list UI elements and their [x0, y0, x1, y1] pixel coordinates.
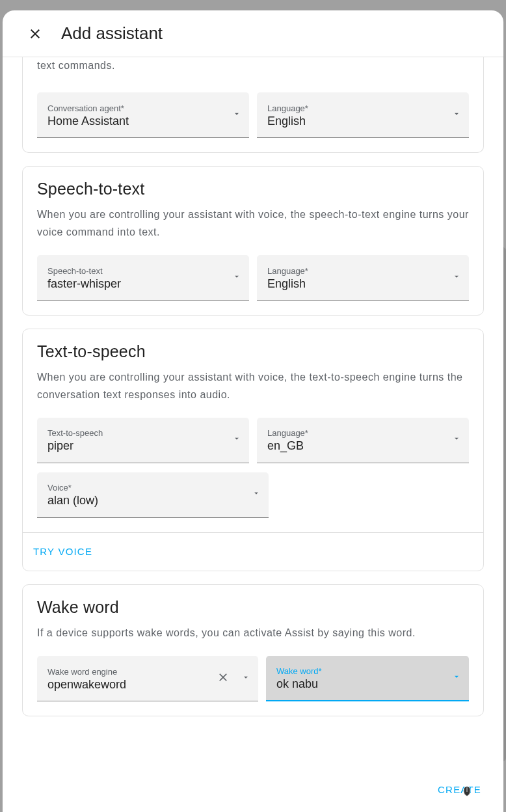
chevron-down-icon — [452, 272, 461, 284]
field-value: English — [267, 115, 440, 128]
field-value: openwakeword — [47, 678, 211, 692]
stt-desc: When you are controlling your assistant … — [37, 206, 469, 241]
tts-desc: When you are controlling your assistant … — [37, 369, 469, 403]
stt-engine-select[interactable]: Speech-to-text faster-whisper — [37, 255, 249, 301]
conversation-agent-select[interactable]: Conversation agent* Home Assistant — [37, 92, 249, 138]
chevron-down-icon — [232, 272, 241, 284]
chevron-down-icon — [232, 434, 241, 446]
chevron-down-icon — [452, 672, 461, 684]
field-label: Speech-to-text — [47, 266, 220, 276]
try-voice-button[interactable]: TRY VOICE — [33, 546, 92, 557]
dialog-title: Add assistant — [61, 23, 163, 44]
text-to-speech-card: Text-to-speech When you are controlling … — [22, 329, 484, 571]
wake-engine-select[interactable]: Wake word engine openwakeword — [37, 656, 258, 701]
close-button[interactable] — [26, 25, 44, 43]
field-label: Text-to-speech — [47, 428, 220, 438]
field-label: Wake word* — [276, 666, 440, 676]
dialog-header: Add assistant — [3, 10, 503, 57]
stt-title: Speech-to-text — [37, 180, 469, 198]
chevron-down-icon — [232, 109, 241, 121]
field-label: Voice* — [47, 483, 240, 493]
tts-language-select[interactable]: Language* en_GB — [257, 418, 469, 463]
chevron-down-icon — [241, 673, 250, 684]
dialog-footer: CREATE — [3, 768, 503, 812]
wake-desc: If a device supports wake words, you can… — [37, 625, 469, 642]
field-label: Language* — [267, 428, 440, 438]
field-value: faster-whisper — [47, 277, 220, 291]
spacer — [276, 472, 469, 518]
speech-to-text-card: Speech-to-text When you are controlling … — [22, 166, 484, 316]
intro-trailing-text: text commands. — [37, 57, 469, 74]
conversation-language-select[interactable]: Language* English — [257, 92, 469, 138]
field-label: Language* — [267, 103, 440, 113]
field-label: Conversation agent* — [47, 103, 220, 113]
tts-voice-select[interactable]: Voice* alan (low) — [37, 472, 269, 518]
field-value: alan (low) — [47, 494, 240, 508]
field-value: en_GB — [267, 439, 440, 453]
field-label: Language* — [267, 266, 440, 276]
wake-title: Wake word — [37, 598, 469, 617]
tts-engine-select[interactable]: Text-to-speech piper — [37, 418, 249, 463]
tts-card-footer: TRY VOICE — [23, 532, 483, 571]
chevron-down-icon — [452, 109, 461, 121]
close-icon — [27, 26, 43, 42]
stt-language-select[interactable]: Language* English — [257, 255, 469, 301]
tts-title: Text-to-speech — [37, 342, 469, 361]
create-button-label: CREATE — [438, 784, 481, 795]
add-assistant-dialog: Add assistant text commands. Conversatio… — [3, 10, 503, 812]
create-button[interactable]: CREATE — [434, 779, 485, 800]
field-value: piper — [47, 439, 220, 453]
chevron-down-icon — [452, 434, 461, 446]
wake-word-select[interactable]: Wake word* ok nabu — [266, 656, 469, 701]
clear-icon[interactable] — [217, 671, 230, 686]
field-value: English — [267, 277, 440, 291]
field-value: Home Assistant — [47, 115, 220, 128]
conversation-agent-card: text commands. Conversation agent* Home … — [22, 57, 484, 153]
chevron-down-icon — [252, 489, 261, 500]
field-value: ok nabu — [276, 677, 440, 691]
field-label: Wake word engine — [47, 667, 211, 677]
wake-word-card: Wake word If a device supports wake word… — [22, 584, 484, 716]
dialog-body: text commands. Conversation agent* Home … — [3, 57, 503, 768]
